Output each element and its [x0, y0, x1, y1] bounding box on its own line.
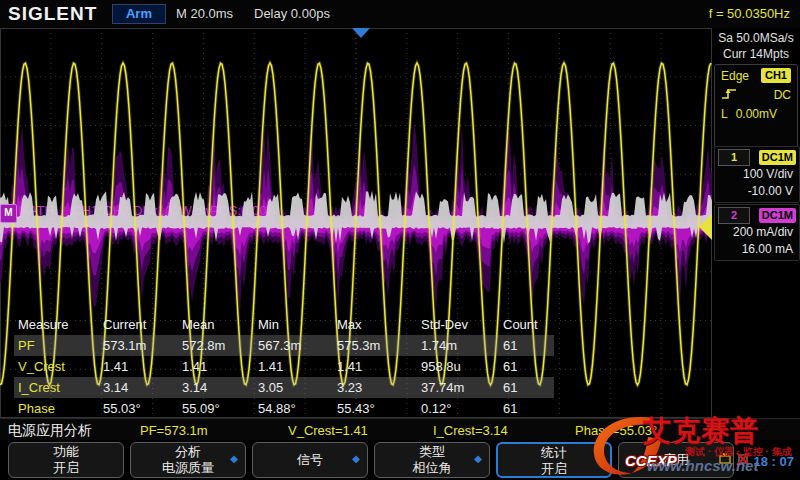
trigger-level-prefix: L — [721, 107, 728, 121]
menu-button-statistics[interactable]: 统计 开启 — [496, 442, 612, 478]
diamond-icon: ◆ — [230, 454, 238, 464]
channel2-scale: 200 mA/div — [715, 224, 799, 241]
menu-label: 开启 — [9, 460, 123, 476]
col-header: Min — [254, 314, 333, 335]
col-header: Max — [333, 314, 417, 335]
menu-button-signal[interactable]: 信号 ◆ — [252, 442, 368, 478]
timebase-readout[interactable]: M 20.0ms — [176, 6, 233, 21]
measure-value: 1.74m — [417, 335, 499, 356]
measure-value: 575.3m — [333, 335, 417, 356]
status-phase: Phase=55.03° — [575, 423, 657, 438]
measure-value: 3.14 — [99, 377, 178, 398]
trigger-coupling: DC — [774, 88, 791, 102]
menu-label: 分析 — [131, 443, 245, 460]
measure-value: 572.8m — [178, 335, 254, 356]
menu-label: 信号 — [253, 443, 367, 477]
diamond-icon: ◆ — [352, 454, 360, 464]
measure-value: 958.8u — [417, 356, 499, 377]
measure-value: 1.41 — [254, 356, 333, 377]
measure-value: 573.1m — [99, 335, 178, 356]
usb-disabled-icon[interactable] — [736, 452, 750, 470]
measure-name: PF — [14, 335, 99, 356]
printer-icon[interactable] — [718, 452, 732, 470]
frequency-counter: f = 50.0350Hz — [709, 6, 790, 21]
trigger-source-badge: CH1 — [761, 68, 791, 83]
math-channel-badge[interactable]: M — [0, 204, 17, 223]
brand-logo: SIGLENT — [8, 3, 97, 25]
menu-label: 应用 — [619, 443, 733, 477]
softkey-menu: 功能 开启 分析 电源质量 ◆ 信号 ◆ 类型 相位角 ◆ 统计 开启 应用 — [0, 440, 800, 480]
measure-value: 55.09° — [178, 398, 254, 419]
table-row: PF 573.1m 572.8m 567.3m 575.3m 1.74m 61 — [14, 335, 554, 356]
waveform-display[interactable]: MATHCH1*CH2DIV:100W/divPOS:0.00W M Measu… — [0, 28, 712, 418]
oscilloscope-screen: SIGLENT Arm M 20.0ms Delay 0.00ps f = 50… — [0, 0, 800, 480]
analysis-title: 电源应用分析 — [8, 422, 92, 440]
measure-value: 55.43° — [333, 398, 417, 419]
col-header: Current — [99, 314, 178, 335]
delay-readout[interactable]: Delay 0.00ps — [254, 6, 330, 21]
channel1-offset: -10.00 V — [715, 183, 799, 200]
menu-label: 统计 — [498, 444, 610, 461]
trigger-position-marker[interactable] — [352, 28, 370, 38]
table-row: V_Crest 1.41 1.41 1.41 1.41 958.8u 61 — [14, 356, 554, 377]
trigger-edge-icon — [721, 86, 739, 104]
status-bar: 电源应用分析 PF=573.1m V_Crest=1.41 I_Crest=3.… — [0, 418, 800, 441]
measure-value: 1.41 — [99, 356, 178, 377]
measure-value: 54.88° — [254, 398, 333, 419]
channel1-coupling-badge: DC1M — [759, 150, 796, 165]
channel1-scale: 100 V/div — [715, 166, 799, 183]
measure-value: 61 — [499, 377, 554, 398]
measure-value: 3.05 — [254, 377, 333, 398]
measure-value: 61 — [499, 335, 554, 356]
clock-cluster: 18 : 07 — [718, 452, 794, 470]
menu-button-analysis[interactable]: 分析 电源质量 ◆ — [130, 442, 246, 478]
top-bar: SIGLENT Arm M 20.0ms Delay 0.00ps f = 50… — [0, 0, 800, 29]
col-header: Std-Dev — [417, 314, 499, 335]
time-display: 18 : 07 — [754, 454, 794, 469]
menu-label: 电源质量 — [131, 460, 245, 476]
memory-depth: Curr 14Mpts — [712, 46, 800, 62]
menu-label: 类型 — [375, 443, 489, 460]
trigger-panel[interactable]: Edge CH1 DC L 0.00mV — [714, 64, 798, 148]
measure-value: 1.41 — [333, 356, 417, 377]
col-header: Measure — [14, 314, 99, 335]
measurement-table: Measure Current Mean Min Max Std-Dev Cou… — [14, 314, 554, 419]
measure-name: V_Crest — [14, 356, 99, 377]
measure-value: 0.12° — [417, 398, 499, 419]
measure-value: 61 — [499, 356, 554, 377]
measure-value: 567.3m — [254, 335, 333, 356]
diamond-icon: ◆ — [474, 454, 482, 464]
channel2-panel[interactable]: 2 DC1M 200 mA/div 16.00 mA — [714, 204, 800, 261]
trigger-type: Edge — [721, 69, 749, 83]
measure-value: 61 — [499, 398, 554, 419]
acquisition-status[interactable]: Arm — [112, 4, 166, 24]
col-header: Mean — [178, 314, 254, 335]
menu-label: 相位角 — [375, 460, 489, 476]
measure-name: I_Crest — [14, 377, 99, 398]
measure-value: 1.41 — [178, 356, 254, 377]
channel2-coupling-badge: DC1M — [759, 208, 796, 223]
measure-name: Phase — [14, 398, 99, 419]
menu-label: 开启 — [498, 461, 610, 477]
trigger-level-value: 0.00mV — [736, 107, 777, 121]
measure-value: 55.03° — [99, 398, 178, 419]
right-sidebar: Sa 50.0MSa/s Curr 14Mpts Edge CH1 DC L 0… — [712, 28, 800, 418]
channel2-offset: 16.00 mA — [715, 241, 799, 258]
channel1-number-badge: 1 — [718, 149, 750, 166]
menu-button-function[interactable]: 功能 开启 — [8, 442, 124, 478]
status-icrest: I_Crest=3.14 — [433, 423, 508, 438]
sample-rate: Sa 50.0MSa/s — [712, 30, 800, 46]
col-header: Count — [499, 314, 554, 335]
channel2-number-badge: 2 — [718, 207, 750, 224]
table-header-row: Measure Current Mean Min Max Std-Dev Cou… — [14, 314, 554, 335]
measure-value: 3.14 — [178, 377, 254, 398]
status-vcrest: V_Crest=1.41 — [288, 423, 368, 438]
menu-button-type[interactable]: 类型 相位角 ◆ — [374, 442, 490, 478]
channel1-panel[interactable]: 1 DC1M 100 V/div -10.00 V — [714, 146, 800, 203]
measure-value: 3.23 — [333, 377, 417, 398]
menu-label: 功能 — [9, 443, 123, 460]
table-row: Phase 55.03° 55.09° 54.88° 55.43° 0.12° … — [14, 398, 554, 419]
table-row: I_Crest 3.14 3.14 3.05 3.23 37.74m 61 — [14, 377, 554, 398]
measure-value: 37.74m — [417, 377, 499, 398]
status-pf: PF=573.1m — [140, 423, 208, 438]
